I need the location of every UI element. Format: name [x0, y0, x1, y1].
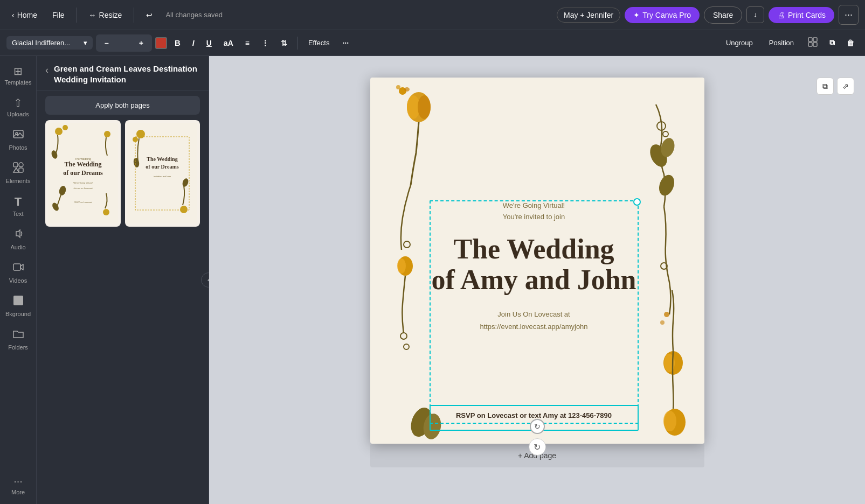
svg-point-37 [418, 95, 431, 119]
card-body: Join Us On Lovecast at https://event.lov… [430, 308, 639, 333]
font-selector[interactable]: Glacial Indifferen... ▾ [6, 36, 93, 50]
audio-label: Audio [10, 244, 25, 250]
card-title[interactable]: The Wedding of Amy and John [430, 234, 639, 295]
more-icon: ··· [13, 475, 23, 487]
resize-button[interactable]: ↔ Resize [84, 8, 128, 23]
sidebar-item-templates[interactable]: ⊞ Templates [2, 60, 34, 90]
refresh-button[interactable]: ↻ [529, 438, 546, 456]
svg-point-53 [663, 351, 683, 375]
svg-rect-3 [813, 43, 817, 46]
svg-text:The Wedding: The Wedding [64, 160, 101, 168]
print-cards-label: Print Cards [788, 11, 826, 19]
wedding-card[interactable]: We're Going Virtual! You're invited to j… [370, 78, 704, 444]
sidebar-item-photos[interactable]: Photos [2, 124, 34, 155]
card-title-line2: of Amy and John [432, 264, 636, 295]
rotate-icon: ↻ [534, 422, 541, 431]
sidebar-item-text[interactable]: T Text [2, 191, 34, 221]
svg-point-44 [400, 333, 407, 339]
align-button[interactable]: ≡ [241, 36, 254, 50]
panel-back-button[interactable]: ‹ [45, 65, 49, 76]
svg-point-48 [647, 142, 670, 170]
svg-point-38 [399, 87, 406, 95]
bold-button[interactable]: B [170, 36, 185, 50]
align-icon: ≡ [245, 39, 250, 47]
ungroup-button[interactable]: Ungroup [719, 36, 759, 50]
print-cards-button[interactable]: 🖨 Print Cards [769, 7, 834, 23]
template-thumb-1[interactable]: The Wedding The Wedding of our Dreams We… [45, 120, 121, 227]
sidebar-item-elements[interactable]: Elements [2, 157, 34, 188]
svg-point-18 [103, 209, 109, 215]
rotation-handle[interactable]: ↻ [530, 419, 545, 434]
font-size-decrease[interactable]: – [100, 36, 113, 50]
apply-both-pages-button[interactable]: Apply both pages [45, 96, 200, 115]
audio-icon [12, 228, 24, 242]
delete-button[interactable]: 🗑 [842, 36, 859, 50]
duplicate-icon: ⧉ [829, 38, 835, 47]
template-preview-1: The Wedding The Wedding of our Dreams We… [48, 123, 118, 223]
sidebar-item-audio[interactable]: Audio [2, 223, 34, 255]
expand-canvas-button[interactable]: ⇗ [837, 78, 854, 95]
svg-point-58 [664, 409, 686, 436]
text-icon: T [15, 195, 22, 209]
home-button[interactable]: ‹ Home [6, 8, 43, 23]
grid-button[interactable] [804, 34, 822, 51]
case-button[interactable]: aA [219, 36, 238, 50]
toolbar-right: Ungroup Position ⧉ 🗑 [719, 34, 859, 51]
sidebar-item-background[interactable]: Bkground [2, 290, 34, 321]
sidebar-item-folders[interactable]: Folders [2, 324, 34, 355]
canvas-area[interactable]: ⧉ ⇗ [209, 56, 865, 504]
try-canva-label: Try Canva Pro [642, 11, 691, 19]
svg-point-59 [663, 411, 676, 431]
underline-button[interactable]: U [202, 36, 216, 50]
svg-rect-2 [808, 43, 812, 46]
svg-text:Join us on Lovecast: Join us on Lovecast [73, 187, 93, 190]
more-label: More [11, 489, 25, 495]
file-button[interactable]: File [47, 8, 70, 23]
italic-button[interactable]: I [188, 36, 199, 50]
resize-icon: ↔ [89, 11, 96, 19]
font-name: Glacial Indifferen... [12, 39, 70, 47]
going-virtual-text: We're Going Virtual! [503, 201, 565, 209]
template-thumb-2[interactable]: The Wedding of our Dreams invitation tex… [125, 120, 200, 227]
svg-text:RSVP on Lovecast: RSVP on Lovecast [74, 201, 92, 204]
share-button[interactable]: Share [704, 6, 742, 24]
svg-text:invitation text here: invitation text here [154, 175, 171, 178]
templates-icon: ⊞ [13, 65, 23, 78]
try-canva-button[interactable]: ✦ Try Canva Pro [625, 7, 700, 23]
spacing-button[interactable]: ⇅ [276, 36, 292, 50]
font-size-group: – 11.1 + [96, 34, 152, 52]
download-button[interactable]: ↓ [746, 6, 764, 23]
font-size-input[interactable]: 11.1 [114, 39, 134, 47]
svg-point-56 [664, 312, 669, 317]
svg-point-12 [55, 128, 63, 135]
more-options-button[interactable]: ··· [839, 5, 859, 25]
photos-icon [12, 128, 24, 143]
sidebar-item-videos[interactable]: Videos [2, 257, 34, 288]
list-button[interactable]: ⋮ [257, 36, 273, 50]
position-button[interactable]: Position [763, 36, 800, 50]
svg-point-55 [661, 263, 667, 269]
svg-point-50 [656, 173, 676, 198]
templates-grid: The Wedding The Wedding of our Dreams We… [37, 120, 209, 235]
text-color-swatch[interactable] [155, 37, 167, 49]
spacing-icon: ⇅ [281, 39, 287, 47]
copy-canvas-button[interactable]: ⧉ [816, 78, 834, 95]
videos-icon [12, 261, 24, 276]
svg-point-40 [404, 87, 410, 92]
background-icon [12, 295, 24, 309]
sidebar-item-more[interactable]: ··· More [2, 471, 34, 500]
sidebar-item-uploads[interactable]: ⇧ Uploads [2, 92, 34, 122]
canvas-wrapper: We're Going Virtual! You're invited to j… [370, 78, 704, 489]
effects-button[interactable]: Effects [303, 36, 335, 50]
duplicate-button[interactable]: ⧉ [825, 36, 839, 50]
hide-panel-button[interactable]: ‹ [201, 272, 209, 288]
share-label: Share [713, 11, 733, 19]
font-size-increase[interactable]: + [135, 36, 148, 50]
undo-button[interactable]: ↩ [141, 8, 158, 23]
more-text-options[interactable]: ··· [338, 36, 353, 50]
card-going-virtual: We're Going Virtual! You're invited to j… [430, 200, 639, 223]
svg-text:The Wedding: The Wedding [147, 156, 178, 162]
workspace-name[interactable]: May + Jennifer [557, 8, 620, 23]
expand-icon: ⇗ [842, 82, 849, 90]
svg-point-57 [660, 320, 665, 325]
